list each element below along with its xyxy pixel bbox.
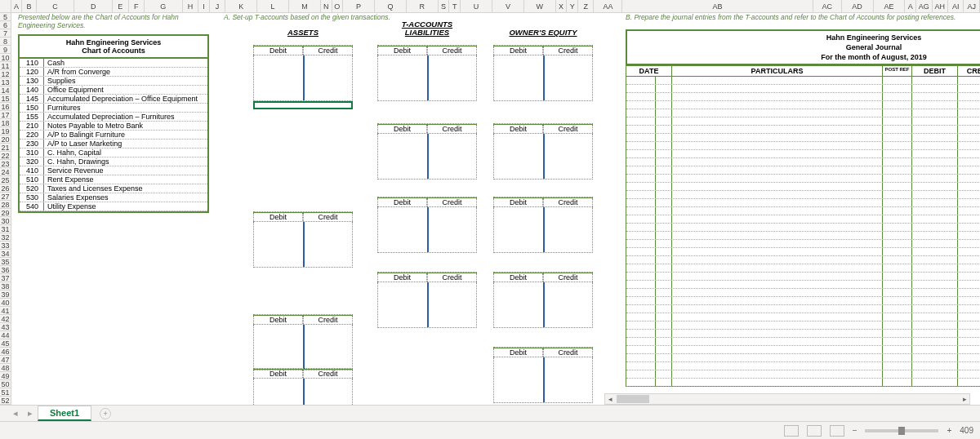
- coa-row[interactable]: 230A/P to Laser Marketing: [20, 140, 207, 149]
- row-header[interactable]: 51: [0, 388, 11, 397]
- col-header[interactable]: AE: [874, 0, 906, 12]
- col-header[interactable]: M: [289, 0, 321, 12]
- journal-row[interactable]: [626, 273, 980, 281]
- row-header[interactable]: 20: [0, 135, 11, 144]
- col-header[interactable]: X: [556, 0, 568, 12]
- journal-row[interactable]: [626, 215, 980, 224]
- row-header[interactable]: 6: [0, 21, 11, 29]
- row-header[interactable]: 42: [0, 315, 11, 323]
- col-header[interactable]: L: [257, 0, 289, 12]
- col-header[interactable]: P: [343, 0, 375, 12]
- row-header[interactable]: 49: [0, 372, 11, 380]
- row-header[interactable]: 10: [0, 54, 11, 62]
- row-header[interactable]: 5: [0, 13, 11, 21]
- col-header[interactable]: G: [145, 0, 183, 12]
- col-header[interactable]: AI: [948, 0, 964, 12]
- col-header[interactable]: U: [461, 0, 492, 12]
- col-header[interactable]: R: [407, 0, 439, 12]
- row-header[interactable]: 52: [0, 397, 11, 405]
- row-header[interactable]: 29: [0, 209, 11, 217]
- journal-body[interactable]: [626, 77, 980, 387]
- coa-row[interactable]: 155Accumulated Depreciation – Furnitures: [20, 113, 207, 122]
- row-header[interactable]: 33: [0, 242, 11, 250]
- col-header[interactable]: Q: [375, 0, 407, 12]
- col-header[interactable]: Y: [567, 0, 578, 12]
- horizontal-scrollbar[interactable]: ◂ ▸: [604, 393, 970, 405]
- col-header[interactable]: S: [439, 0, 450, 12]
- coa-row[interactable]: 510Rent Expense: [20, 175, 207, 184]
- row-header[interactable]: 45: [0, 339, 11, 348]
- journal-row[interactable]: [626, 158, 980, 166]
- coa-row[interactable]: 130Supplies: [20, 77, 207, 86]
- row-header[interactable]: 16: [0, 103, 11, 111]
- row-header[interactable]: 9: [0, 46, 11, 54]
- scroll-left-icon[interactable]: ◂: [605, 394, 615, 404]
- row-header[interactable]: 48: [0, 364, 11, 372]
- journal-row[interactable]: [626, 142, 980, 150]
- coa-row[interactable]: 220A/P to Balingit Furniture: [20, 131, 207, 140]
- row-header[interactable]: 32: [0, 233, 11, 242]
- row-header[interactable]: 7: [0, 29, 11, 38]
- row-header[interactable]: 23: [0, 160, 11, 168]
- journal-row[interactable]: [626, 126, 980, 134]
- col-header[interactable]: N: [321, 0, 332, 12]
- t-account[interactable]: DebitCredit: [253, 361, 353, 405]
- col-header[interactable]: AB: [622, 0, 813, 12]
- col-header[interactable]: T: [449, 0, 461, 12]
- row-header[interactable]: 39: [0, 290, 11, 299]
- journal-row[interactable]: [626, 256, 980, 264]
- journal-row[interactable]: [626, 191, 980, 199]
- row-header[interactable]: 41: [0, 307, 11, 315]
- journal-row[interactable]: [626, 281, 980, 289]
- coa-row[interactable]: 150Furnitures: [20, 104, 207, 113]
- col-header[interactable]: C: [37, 0, 75, 12]
- row-header[interactable]: 35: [0, 258, 11, 266]
- journal-row[interactable]: [626, 224, 980, 232]
- col-header[interactable]: I: [198, 0, 210, 12]
- journal-row[interactable]: [626, 346, 980, 354]
- journal-row[interactable]: [626, 101, 980, 109]
- zoom-level[interactable]: 409: [960, 426, 973, 435]
- row-header[interactable]: 21: [0, 144, 11, 152]
- t-account[interactable]: DebitCredit: [377, 264, 477, 328]
- col-header[interactable]: F: [129, 0, 145, 12]
- scroll-thumb[interactable]: [617, 395, 649, 403]
- row-header[interactable]: 31: [0, 225, 11, 233]
- journal-row[interactable]: [626, 109, 980, 118]
- col-header[interactable]: Z: [578, 0, 594, 12]
- tab-sheet1[interactable]: Sheet1: [38, 406, 91, 421]
- journal-row[interactable]: [626, 248, 980, 256]
- t-account[interactable]: DebitCredit: [253, 204, 353, 268]
- col-header[interactable]: A: [905, 0, 916, 12]
- t-account[interactable]: DebitCredit: [253, 38, 353, 109]
- coa-row[interactable]: 210Notes Payable to Metro Bank: [20, 122, 207, 131]
- row-header[interactable]: 46: [0, 348, 11, 356]
- coa-row[interactable]: 110Cash: [20, 59, 207, 68]
- journal-row[interactable]: [626, 321, 980, 330]
- journal-row[interactable]: [626, 77, 980, 85]
- col-header[interactable]: AJ: [964, 0, 979, 12]
- add-sheet-button[interactable]: +: [100, 408, 111, 419]
- journal-row[interactable]: [626, 207, 980, 215]
- col-header[interactable]: V: [492, 0, 524, 12]
- col-header[interactable]: D: [74, 0, 113, 12]
- row-header[interactable]: 43: [0, 323, 11, 331]
- journal-row[interactable]: [626, 289, 980, 297]
- column-headers[interactable]: ABCDEFGHIJKLMNOPQRSTUVWXYZAAABACADAEAAGA…: [0, 0, 980, 13]
- col-header[interactable]: AH: [933, 0, 948, 12]
- t-account[interactable]: DebitCredit: [493, 189, 593, 253]
- selected-cell[interactable]: [253, 101, 353, 109]
- journal-row[interactable]: [626, 232, 980, 240]
- journal-row[interactable]: [626, 166, 980, 175]
- row-header[interactable]: 38: [0, 282, 11, 290]
- coa-row[interactable]: 145Accumulated Depreciation – Office Equ…: [20, 95, 207, 104]
- row-header[interactable]: 34: [0, 250, 11, 258]
- journal-row[interactable]: [626, 134, 980, 142]
- coa-row[interactable]: 310C. Hahn, Capital: [20, 149, 207, 157]
- coa-row[interactable]: 520Taxes and Licenses Expense: [20, 184, 207, 193]
- t-account[interactable]: DebitCredit: [377, 116, 477, 180]
- journal-row[interactable]: [626, 362, 980, 370]
- col-header[interactable]: O: [332, 0, 344, 12]
- t-account[interactable]: DebitCredit: [493, 116, 593, 180]
- col-header[interactable]: H: [183, 0, 198, 12]
